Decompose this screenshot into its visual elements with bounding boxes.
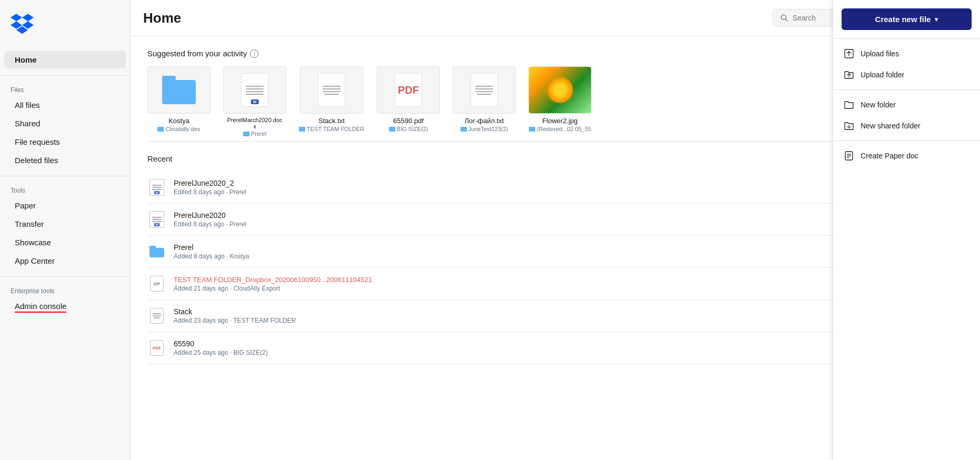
sidebar-item-home[interactable]: Home — [4, 51, 126, 68]
search-icon — [781, 14, 788, 22]
recent-info-5: 65590 Added 25 days ago · BIG SIZE(2) — [174, 339, 944, 356]
sidebar-enterprise-section: Enterprise tools — [0, 283, 130, 297]
sidebar-item-admin-console[interactable]: Admin console — [4, 297, 126, 317]
recent-name-3: TEST TEAM FOLDER_Dropbox_202006100950...… — [174, 276, 944, 284]
dropdown-new-shared-folder[interactable]: New shared folder — [833, 115, 980, 136]
suggested-file-0[interactable]: Kostya Cloudally dev — [147, 66, 211, 137]
sidebar-shared-label: Shared — [15, 119, 40, 128]
recent-icon-3: ZIP — [147, 274, 166, 293]
file-thumb-4 — [453, 66, 516, 114]
recent-title: Recent — [147, 154, 173, 163]
file-name-1b: x — [253, 123, 256, 129]
file-name-3: 65590.pdf — [393, 117, 424, 125]
svg-line-1 — [786, 19, 788, 21]
recent-meta-3: Added 21 days ago · CloudAlly Export — [174, 285, 944, 292]
dropdown-upload-files[interactable]: Upload files — [833, 43, 980, 64]
file-location-3: BIG SIZE(2) — [389, 126, 428, 132]
dropdown-create-paper-doc[interactable]: Create Paper doc — [833, 145, 980, 166]
recent-icon-1: W — [147, 210, 166, 229]
sidebar-home-label: Home — [15, 55, 37, 64]
file-name-1: PrerelMarch2020.doc — [227, 117, 282, 123]
sidebar-showcase-label: Showcase — [15, 238, 51, 247]
recent-icon-5: PDF — [147, 338, 166, 357]
dropdown-panel: Create new file ▾ Upload files Upload fo… — [833, 0, 980, 460]
file-thumb-0 — [147, 66, 211, 114]
recent-info-4: Stack Added 23 days ago · TEST TEAM FOLD… — [174, 307, 944, 324]
recent-meta-2: Added 8 days ago · Kostya — [174, 253, 944, 260]
file-name-4: Лог-файл.txt — [465, 117, 504, 125]
recent-icon-4 — [147, 306, 166, 325]
recent-name-0: PrerelJune2020_2 — [174, 179, 944, 187]
recent-info-0: PrerelJune2020_2 Edited 8 days ago · Pre… — [174, 179, 944, 196]
file-name-5: Flower2.jpg — [542, 117, 577, 125]
page-title: Home — [143, 10, 181, 26]
file-location-1: Prerel — [243, 131, 266, 137]
upload-files-icon — [844, 48, 854, 59]
recent-meta-5: Added 25 days ago · BIG SIZE(2) — [174, 349, 944, 356]
new-folder-icon — [844, 99, 854, 110]
create-paper-doc-label: Create Paper doc — [861, 152, 918, 160]
dropdown-upload-folder[interactable]: Upload folder — [833, 64, 980, 85]
create-new-file-label: Create new file — [875, 15, 931, 24]
new-folder-label: New folder — [861, 101, 896, 109]
new-shared-folder-label: New shared folder — [861, 122, 921, 130]
create-new-file-button[interactable]: Create new file ▾ — [842, 8, 972, 30]
file-thumb-1: W — [223, 66, 286, 114]
file-location-2: TEST TEAM FOLDER — [299, 126, 364, 132]
suggested-file-4[interactable]: Лог-файл.txt JuneTest123(2) — [453, 66, 516, 137]
recent-info-2: Prerel Added 8 days ago · Kostya — [174, 243, 944, 260]
suggested-title-text: Suggested from your activity — [147, 49, 247, 58]
sidebar-item-all-files[interactable]: All files — [4, 96, 126, 114]
dropdown-new-folder[interactable]: New folder — [833, 94, 980, 115]
suggested-file-2[interactable]: Stack.txt TEST TEAM FOLDER — [299, 66, 364, 137]
sidebar-transfer-label: Transfer — [15, 219, 44, 228]
sidebar-item-showcase[interactable]: Showcase — [4, 234, 126, 251]
recent-meta-0: Edited 8 days ago · Prerel — [174, 188, 944, 196]
file-thumb-5 — [528, 66, 592, 114]
recent-icon-2 — [147, 242, 166, 261]
recent-name-5: 65590 — [174, 339, 944, 348]
sidebar-item-paper[interactable]: Paper — [4, 197, 126, 214]
sidebar-logo — [0, 8, 130, 51]
dropdown-divider-1 — [833, 38, 980, 39]
dropdown-divider-2 — [833, 89, 980, 90]
svg-point-3 — [848, 126, 850, 128]
info-icon[interactable]: i — [250, 49, 258, 58]
sidebar-divider-2 — [0, 176, 130, 176]
sidebar-paper-label: Paper — [15, 201, 36, 210]
sidebar-files-section: Files — [0, 82, 130, 96]
file-name-0: Kostya — [168, 117, 189, 125]
sidebar-item-file-requests[interactable]: File requests — [4, 133, 126, 151]
suggested-file-5[interactable]: Flower2.jpg (Restored...02 05_55 — [528, 66, 592, 137]
sidebar-item-app-center[interactable]: App Center — [4, 252, 126, 269]
suggested-file-1[interactable]: W PrerelMarch2020.doc x Prerel — [223, 66, 286, 137]
sidebar-item-transfer[interactable]: Transfer — [4, 215, 126, 233]
sidebar-all-files-label: All files — [15, 101, 40, 109]
recent-name-1: PrerelJune2020 — [174, 211, 944, 219]
file-name-2: Stack.txt — [318, 117, 345, 125]
recent-name-2: Prerel — [174, 243, 944, 252]
file-thumb-2 — [300, 66, 363, 114]
sidebar: Home Files All files Shared File request… — [0, 0, 131, 460]
sidebar-divider-3 — [0, 276, 130, 277]
recent-info-1: PrerelJune2020 Edited 8 days ago · Prere… — [174, 211, 944, 228]
recent-icon-0: W — [147, 178, 166, 197]
recent-meta-4: Added 23 days ago · TEST TEAM FOLDER — [174, 317, 944, 324]
file-location-5: (Restored...02 05_55 — [529, 126, 591, 132]
sidebar-app-center-label: App Center — [15, 256, 55, 265]
recent-info-3: TEST TEAM FOLDER_Dropbox_202006100950...… — [174, 276, 944, 292]
sidebar-item-shared[interactable]: Shared — [4, 115, 126, 132]
sidebar-tools-section: Tools — [0, 183, 130, 196]
recent-title-text: Recent — [147, 154, 173, 163]
upload-files-label: Upload files — [861, 49, 899, 58]
dropdown-divider-3 — [833, 141, 980, 141]
upload-folder-label: Upload folder — [861, 71, 904, 79]
new-shared-folder-icon — [844, 121, 854, 131]
file-location-4: JuneTest123(2) — [461, 126, 508, 132]
suggested-file-3[interactable]: PDF 65590.pdf BIG SIZE(2) — [377, 66, 440, 137]
file-location-0: Cloudally dev — [157, 126, 200, 132]
recent-meta-1: Edited 8 days ago · Prerel — [174, 221, 944, 228]
file-thumb-3: PDF — [377, 66, 440, 114]
suggested-title: Suggested from your activity i — [147, 49, 258, 58]
sidebar-item-deleted-files[interactable]: Deleted files — [4, 152, 126, 169]
